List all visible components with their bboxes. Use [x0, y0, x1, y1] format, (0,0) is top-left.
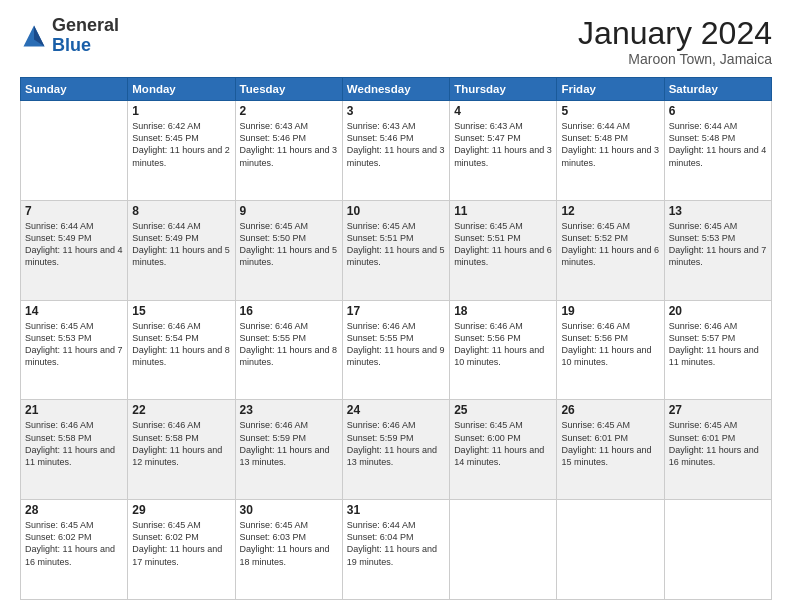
calendar-week-row: 14Sunrise: 6:45 AMSunset: 5:53 PMDayligh…	[21, 300, 772, 400]
cell-info: Sunrise: 6:43 AMSunset: 5:46 PMDaylight:…	[347, 120, 445, 169]
cell-info: Sunrise: 6:45 AMSunset: 6:03 PMDaylight:…	[240, 519, 338, 568]
table-row: 18Sunrise: 6:46 AMSunset: 5:56 PMDayligh…	[450, 300, 557, 400]
day-number: 29	[132, 503, 230, 517]
header-tuesday: Tuesday	[235, 78, 342, 101]
cell-info: Sunrise: 6:44 AMSunset: 5:49 PMDaylight:…	[25, 220, 123, 269]
table-row: 2Sunrise: 6:43 AMSunset: 5:46 PMDaylight…	[235, 101, 342, 201]
table-row: 4Sunrise: 6:43 AMSunset: 5:47 PMDaylight…	[450, 101, 557, 201]
cell-info: Sunrise: 6:46 AMSunset: 5:56 PMDaylight:…	[454, 320, 552, 369]
location-subtitle: Maroon Town, Jamaica	[578, 51, 772, 67]
cell-info: Sunrise: 6:46 AMSunset: 5:54 PMDaylight:…	[132, 320, 230, 369]
table-row: 24Sunrise: 6:46 AMSunset: 5:59 PMDayligh…	[342, 400, 449, 500]
table-row: 22Sunrise: 6:46 AMSunset: 5:58 PMDayligh…	[128, 400, 235, 500]
calendar-week-row: 21Sunrise: 6:46 AMSunset: 5:58 PMDayligh…	[21, 400, 772, 500]
logo-blue: Blue	[52, 35, 91, 55]
calendar-week-row: 1Sunrise: 6:42 AMSunset: 5:45 PMDaylight…	[21, 101, 772, 201]
day-number: 21	[25, 403, 123, 417]
calendar-header-row: Sunday Monday Tuesday Wednesday Thursday…	[21, 78, 772, 101]
day-number: 15	[132, 304, 230, 318]
day-number: 30	[240, 503, 338, 517]
title-block: January 2024 Maroon Town, Jamaica	[578, 16, 772, 67]
table-row: 14Sunrise: 6:45 AMSunset: 5:53 PMDayligh…	[21, 300, 128, 400]
logo-general: General	[52, 15, 119, 35]
day-number: 22	[132, 403, 230, 417]
day-number: 1	[132, 104, 230, 118]
table-row: 27Sunrise: 6:45 AMSunset: 6:01 PMDayligh…	[664, 400, 771, 500]
table-row: 3Sunrise: 6:43 AMSunset: 5:46 PMDaylight…	[342, 101, 449, 201]
calendar-table: Sunday Monday Tuesday Wednesday Thursday…	[20, 77, 772, 600]
header: General Blue January 2024 Maroon Town, J…	[20, 16, 772, 67]
cell-info: Sunrise: 6:45 AMSunset: 6:02 PMDaylight:…	[25, 519, 123, 568]
table-row	[21, 101, 128, 201]
table-row: 31Sunrise: 6:44 AMSunset: 6:04 PMDayligh…	[342, 500, 449, 600]
table-row: 7Sunrise: 6:44 AMSunset: 5:49 PMDaylight…	[21, 200, 128, 300]
table-row: 15Sunrise: 6:46 AMSunset: 5:54 PMDayligh…	[128, 300, 235, 400]
table-row	[557, 500, 664, 600]
header-thursday: Thursday	[450, 78, 557, 101]
cell-info: Sunrise: 6:45 AMSunset: 6:01 PMDaylight:…	[561, 419, 659, 468]
cell-info: Sunrise: 6:45 AMSunset: 5:53 PMDaylight:…	[25, 320, 123, 369]
cell-info: Sunrise: 6:45 AMSunset: 5:53 PMDaylight:…	[669, 220, 767, 269]
table-row: 29Sunrise: 6:45 AMSunset: 6:02 PMDayligh…	[128, 500, 235, 600]
cell-info: Sunrise: 6:45 AMSunset: 6:01 PMDaylight:…	[669, 419, 767, 468]
table-row: 5Sunrise: 6:44 AMSunset: 5:48 PMDaylight…	[557, 101, 664, 201]
cell-info: Sunrise: 6:44 AMSunset: 6:04 PMDaylight:…	[347, 519, 445, 568]
table-row: 21Sunrise: 6:46 AMSunset: 5:58 PMDayligh…	[21, 400, 128, 500]
cell-info: Sunrise: 6:45 AMSunset: 5:51 PMDaylight:…	[454, 220, 552, 269]
day-number: 20	[669, 304, 767, 318]
table-row: 11Sunrise: 6:45 AMSunset: 5:51 PMDayligh…	[450, 200, 557, 300]
header-friday: Friday	[557, 78, 664, 101]
day-number: 14	[25, 304, 123, 318]
logo-text: General Blue	[52, 16, 119, 56]
cell-info: Sunrise: 6:42 AMSunset: 5:45 PMDaylight:…	[132, 120, 230, 169]
header-monday: Monday	[128, 78, 235, 101]
calendar-week-row: 28Sunrise: 6:45 AMSunset: 6:02 PMDayligh…	[21, 500, 772, 600]
day-number: 10	[347, 204, 445, 218]
cell-info: Sunrise: 6:45 AMSunset: 6:02 PMDaylight:…	[132, 519, 230, 568]
table-row: 1Sunrise: 6:42 AMSunset: 5:45 PMDaylight…	[128, 101, 235, 201]
day-number: 23	[240, 403, 338, 417]
table-row: 25Sunrise: 6:45 AMSunset: 6:00 PMDayligh…	[450, 400, 557, 500]
day-number: 4	[454, 104, 552, 118]
cell-info: Sunrise: 6:44 AMSunset: 5:49 PMDaylight:…	[132, 220, 230, 269]
cell-info: Sunrise: 6:43 AMSunset: 5:47 PMDaylight:…	[454, 120, 552, 169]
day-number: 11	[454, 204, 552, 218]
cell-info: Sunrise: 6:46 AMSunset: 5:57 PMDaylight:…	[669, 320, 767, 369]
cell-info: Sunrise: 6:43 AMSunset: 5:46 PMDaylight:…	[240, 120, 338, 169]
table-row: 9Sunrise: 6:45 AMSunset: 5:50 PMDaylight…	[235, 200, 342, 300]
table-row: 23Sunrise: 6:46 AMSunset: 5:59 PMDayligh…	[235, 400, 342, 500]
cell-info: Sunrise: 6:45 AMSunset: 5:52 PMDaylight:…	[561, 220, 659, 269]
table-row: 10Sunrise: 6:45 AMSunset: 5:51 PMDayligh…	[342, 200, 449, 300]
cell-info: Sunrise: 6:46 AMSunset: 5:56 PMDaylight:…	[561, 320, 659, 369]
table-row: 19Sunrise: 6:46 AMSunset: 5:56 PMDayligh…	[557, 300, 664, 400]
logo: General Blue	[20, 16, 119, 56]
day-number: 7	[25, 204, 123, 218]
header-sunday: Sunday	[21, 78, 128, 101]
table-row: 20Sunrise: 6:46 AMSunset: 5:57 PMDayligh…	[664, 300, 771, 400]
day-number: 19	[561, 304, 659, 318]
logo-icon	[20, 22, 48, 50]
day-number: 2	[240, 104, 338, 118]
table-row: 13Sunrise: 6:45 AMSunset: 5:53 PMDayligh…	[664, 200, 771, 300]
day-number: 31	[347, 503, 445, 517]
day-number: 12	[561, 204, 659, 218]
cell-info: Sunrise: 6:46 AMSunset: 5:59 PMDaylight:…	[240, 419, 338, 468]
day-number: 18	[454, 304, 552, 318]
table-row: 17Sunrise: 6:46 AMSunset: 5:55 PMDayligh…	[342, 300, 449, 400]
day-number: 16	[240, 304, 338, 318]
day-number: 25	[454, 403, 552, 417]
month-title: January 2024	[578, 16, 772, 51]
cell-info: Sunrise: 6:46 AMSunset: 5:58 PMDaylight:…	[25, 419, 123, 468]
day-number: 28	[25, 503, 123, 517]
day-number: 27	[669, 403, 767, 417]
day-number: 5	[561, 104, 659, 118]
header-saturday: Saturday	[664, 78, 771, 101]
cell-info: Sunrise: 6:45 AMSunset: 5:51 PMDaylight:…	[347, 220, 445, 269]
day-number: 3	[347, 104, 445, 118]
day-number: 24	[347, 403, 445, 417]
day-number: 17	[347, 304, 445, 318]
cell-info: Sunrise: 6:46 AMSunset: 5:59 PMDaylight:…	[347, 419, 445, 468]
day-number: 26	[561, 403, 659, 417]
page: General Blue January 2024 Maroon Town, J…	[0, 0, 792, 612]
calendar-week-row: 7Sunrise: 6:44 AMSunset: 5:49 PMDaylight…	[21, 200, 772, 300]
